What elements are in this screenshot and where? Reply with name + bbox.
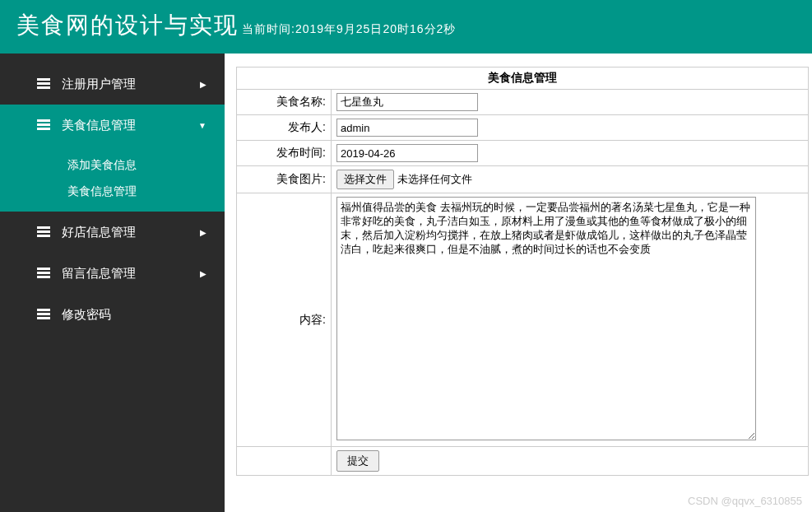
svg-rect-3 xyxy=(37,119,50,122)
svg-rect-11 xyxy=(37,276,50,278)
stack-icon xyxy=(37,119,50,131)
submenu: 添加美食信息 美食信息管理 xyxy=(0,146,225,212)
svg-rect-1 xyxy=(37,82,50,85)
menu-label: 留言信息管理 xyxy=(62,266,136,282)
label-publisher: 发布人: xyxy=(237,115,332,141)
panel-title: 美食信息管理 xyxy=(237,67,809,90)
menu-password[interactable]: 修改密码 xyxy=(0,294,225,335)
menu-label: 好店信息管理 xyxy=(62,225,136,240)
menu-shop-info[interactable]: 好店信息管理 ▶ xyxy=(0,212,225,253)
name-input[interactable] xyxy=(336,93,478,111)
stack-icon xyxy=(37,268,50,279)
container: 注册用户管理 ▶ 美食信息管理 ▼ 添加美食信息 美食信息管理 好店信息管理 ▶ xyxy=(0,54,812,512)
watermark: CSDN @qqvx_6310855 xyxy=(688,495,802,507)
svg-rect-9 xyxy=(37,268,50,270)
svg-rect-4 xyxy=(37,123,50,126)
menu-label: 美食信息管理 xyxy=(62,118,136,133)
svg-rect-7 xyxy=(37,230,50,233)
current-time: 当前时间:2019年9月25日20时16分2秒 xyxy=(242,22,456,37)
stack-icon xyxy=(37,226,50,238)
arrow-right-icon: ▶ xyxy=(200,228,206,237)
main-content: 美食信息管理 美食名称: 发布人: 发布时间: 美食图片: 选择文件 未选择任何… xyxy=(225,54,812,512)
label-image: 美食图片: xyxy=(237,166,332,193)
label-name: 美食名称: xyxy=(237,90,332,115)
arrow-right-icon: ▶ xyxy=(200,80,206,89)
svg-rect-6 xyxy=(37,226,50,229)
content-textarea[interactable] xyxy=(336,197,756,440)
arrow-right-icon: ▶ xyxy=(200,269,206,278)
submenu-add-food[interactable]: 添加美食信息 xyxy=(0,152,225,179)
svg-rect-12 xyxy=(37,309,50,311)
submenu-food-manage[interactable]: 美食信息管理 xyxy=(0,179,225,205)
svg-rect-10 xyxy=(37,272,50,274)
menu-message-info[interactable]: 留言信息管理 ▶ xyxy=(0,253,225,294)
menu-user-manage[interactable]: 注册用户管理 ▶ xyxy=(0,63,225,105)
file-status: 未选择任何文件 xyxy=(397,172,472,187)
app-title: 美食网的设计与实现 xyxy=(16,10,239,41)
time-input[interactable] xyxy=(336,144,478,162)
svg-rect-8 xyxy=(37,235,50,237)
publisher-input[interactable] xyxy=(336,119,478,137)
svg-rect-5 xyxy=(37,128,50,130)
header: 美食网的设计与实现 当前时间:2019年9月25日20时16分2秒 xyxy=(0,0,812,54)
form-table: 美食信息管理 美食名称: 发布人: 发布时间: 美食图片: 选择文件 未选择任何… xyxy=(236,67,809,476)
menu-label: 注册用户管理 xyxy=(62,77,136,92)
label-content: 内容: xyxy=(237,193,332,447)
submit-button[interactable]: 提交 xyxy=(336,450,379,472)
sidebar: 注册用户管理 ▶ 美食信息管理 ▼ 添加美食信息 美食信息管理 好店信息管理 ▶ xyxy=(0,54,225,512)
arrow-down-icon: ▼ xyxy=(198,121,206,130)
svg-rect-2 xyxy=(37,86,50,89)
label-time: 发布时间: xyxy=(237,141,332,166)
svg-rect-0 xyxy=(37,78,50,81)
stack-icon xyxy=(37,78,50,90)
menu-food-info[interactable]: 美食信息管理 ▼ xyxy=(0,105,225,146)
svg-rect-13 xyxy=(37,313,50,315)
file-select-button[interactable]: 选择文件 xyxy=(336,170,394,189)
svg-rect-14 xyxy=(37,317,50,319)
stack-icon xyxy=(37,309,50,320)
menu-label: 修改密码 xyxy=(62,307,111,323)
